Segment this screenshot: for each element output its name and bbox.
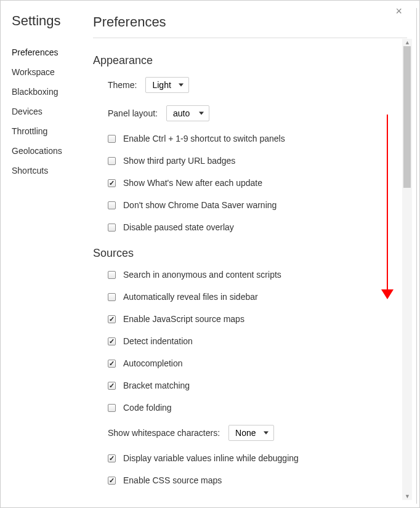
checkbox-paused-overlay[interactable] — [108, 224, 116, 232]
label-third-party-badges: Show third party URL badges — [123, 156, 235, 166]
check-whats-new: Show What's New after each update — [108, 178, 402, 188]
whitespace-value: None — [235, 428, 256, 438]
theme-label: Theme: — [108, 80, 137, 90]
check-code-folding: Code folding — [108, 403, 402, 413]
preferences-scroll-area[interactable]: Appearance Theme: Light Panel layout: au… — [93, 38, 419, 501]
check-paused-overlay: Disable paused state overlay — [108, 222, 402, 232]
checkbox-reveal-files[interactable] — [108, 293, 116, 301]
label-reveal-files: Automatically reveal files in sidebar — [123, 292, 258, 302]
check-css-source-maps: Enable CSS source maps — [108, 475, 402, 485]
check-anon-scripts: Search in anonymous and content scripts — [108, 270, 402, 280]
close-button[interactable]: × — [395, 6, 402, 17]
label-bracket-matching: Bracket matching — [123, 381, 190, 390]
sidebar-item-shortcuts[interactable]: Shortcuts — [12, 161, 87, 180]
section-sources-title: Sources — [93, 247, 402, 260]
checkbox-data-saver[interactable] — [108, 201, 116, 209]
sidebar-item-workspace[interactable]: Workspace — [12, 62, 87, 82]
outer-right-border — [414, 8, 417, 504]
section-appearance-title: Appearance — [93, 54, 402, 67]
check-data-saver: Don't show Chrome Data Saver warning — [108, 200, 402, 210]
label-enable-shortcut: Enable Ctrl + 1-9 shortcut to switch pan… — [123, 134, 285, 143]
check-detect-indentation: Detect indentation — [108, 336, 402, 346]
checkbox-inline-values[interactable] — [108, 454, 116, 462]
checkbox-whats-new[interactable] — [108, 179, 116, 187]
theme-row: Theme: Light — [108, 77, 402, 93]
whitespace-label: Show whitespace characters: — [108, 428, 220, 438]
whitespace-row: Show whitespace characters: None — [108, 425, 402, 441]
label-paused-overlay: Disable paused state overlay — [123, 222, 234, 232]
label-autocompletion: Autocompletion — [123, 358, 183, 368]
sidebar: Settings Preferences Workspace Blackboxi… — [1, 1, 87, 507]
checkbox-detect-indentation[interactable] — [108, 337, 116, 345]
checkbox-autocompletion[interactable] — [108, 360, 116, 368]
checkbox-third-party-badges[interactable] — [108, 157, 116, 165]
label-detect-indentation: Detect indentation — [123, 336, 193, 346]
sidebar-item-geolocations[interactable]: Geolocations — [12, 141, 87, 161]
check-inline-values: Display variable values inline while deb… — [108, 453, 402, 463]
checkbox-anon-scripts[interactable] — [108, 271, 116, 279]
checkbox-enable-shortcut[interactable] — [108, 135, 116, 143]
label-inline-values: Display variable values inline while deb… — [123, 453, 299, 463]
check-js-source-maps: Enable JavaScript source maps — [108, 314, 402, 324]
panel-layout-label: Panel layout: — [108, 108, 158, 118]
sidebar-item-devices[interactable]: Devices — [12, 102, 87, 121]
settings-container: Settings Preferences Workspace Blackboxi… — [1, 1, 419, 507]
label-data-saver: Don't show Chrome Data Saver warning — [123, 200, 277, 210]
scroll-down-icon[interactable]: ▼ — [405, 494, 410, 499]
scrollbar-track[interactable]: ▲ ▼ — [402, 39, 412, 500]
label-code-folding: Code folding — [123, 403, 172, 413]
sidebar-item-preferences[interactable]: Preferences — [12, 42, 87, 62]
theme-select-value: Light — [152, 80, 171, 90]
panel-layout-select[interactable]: auto — [166, 105, 209, 121]
theme-select[interactable]: Light — [145, 77, 188, 93]
checkbox-css-source-maps[interactable] — [108, 477, 116, 485]
checkbox-bracket-matching[interactable] — [108, 382, 116, 390]
label-anon-scripts: Search in anonymous and content scripts — [123, 270, 281, 280]
scroll-up-icon[interactable]: ▲ — [405, 40, 410, 45]
page-title: Preferences — [93, 14, 419, 30]
label-css-source-maps: Enable CSS source maps — [123, 475, 222, 485]
sidebar-item-throttling[interactable]: Throttling — [12, 121, 87, 141]
check-enable-shortcut: Enable Ctrl + 1-9 shortcut to switch pan… — [108, 134, 402, 143]
checkbox-code-folding[interactable] — [108, 404, 116, 412]
panel-layout-value: auto — [173, 108, 190, 118]
panel-layout-row: Panel layout: auto — [108, 105, 402, 121]
scrollbar-thumb[interactable] — [403, 46, 411, 188]
checkbox-js-source-maps[interactable] — [108, 315, 116, 323]
sidebar-title: Settings — [12, 13, 87, 29]
label-whats-new: Show What's New after each update — [123, 178, 262, 188]
label-js-source-maps: Enable JavaScript source maps — [123, 314, 244, 324]
main-panel: Preferences Appearance Theme: Light Pane… — [87, 1, 419, 507]
check-autocompletion: Autocompletion — [108, 358, 402, 368]
check-bracket-matching: Bracket matching — [108, 381, 402, 390]
check-third-party-badges: Show third party URL badges — [108, 156, 402, 166]
whitespace-select[interactable]: None — [228, 425, 273, 441]
check-reveal-files: Automatically reveal files in sidebar — [108, 292, 402, 302]
sidebar-item-blackboxing[interactable]: Blackboxing — [12, 82, 87, 102]
